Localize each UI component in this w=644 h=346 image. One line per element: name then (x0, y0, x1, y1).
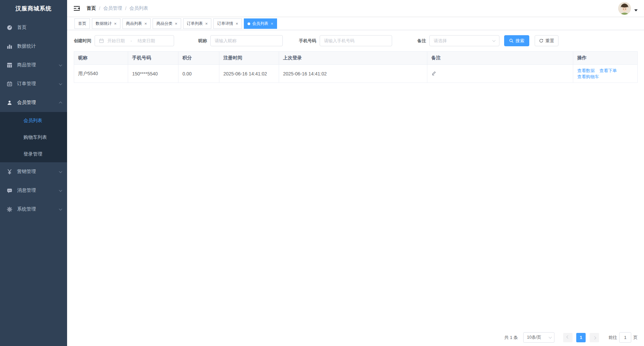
breadcrumb-home[interactable]: 首页 (87, 5, 96, 11)
hamburger-icon (74, 6, 80, 11)
date-end-placeholder: 结束日期 (138, 38, 155, 44)
sidebar-item-label: 消息管理 (17, 187, 36, 193)
prev-page-button[interactable] (563, 333, 573, 342)
sidebar-item-messages[interactable]: 消息管理 (0, 181, 67, 200)
chevron-down-icon (549, 335, 552, 339)
goto-label: 前往 (608, 335, 617, 341)
sidebar: 汉服商城系统 首页 数据统计 商品管理 (0, 0, 67, 346)
grid-icon (7, 62, 12, 68)
close-icon[interactable]: × (205, 21, 208, 26)
breadcrumb-member-management[interactable]: 会员管理 (103, 5, 122, 11)
page-number-button[interactable]: 1 (576, 333, 586, 342)
search-icon (509, 39, 514, 43)
page-size-select[interactable]: 10条/页 (523, 332, 554, 343)
sidebar-item-label: 会员管理 (17, 100, 36, 106)
navbar: 首页 / 会员管理 / 会员列表 (67, 0, 644, 17)
sidebar-toggle-button[interactable] (74, 6, 80, 11)
sidebar-item-marketing[interactable]: 营销管理 (0, 162, 67, 181)
tab-home[interactable]: 首页 (74, 18, 90, 29)
phone-placeholder: 请输入手机号码 (324, 38, 355, 44)
cell-phone: 150****5540 (128, 65, 178, 83)
nickname-input[interactable]: 请输入昵称 (210, 35, 283, 46)
next-page-button[interactable] (590, 333, 599, 342)
date-start-placeholder: 开始日期 (107, 38, 125, 44)
tab-member-list[interactable]: 会员列表 × (244, 18, 277, 29)
sidebar-item-products[interactable]: 商品管理 (0, 56, 67, 74)
col-points: 积分 (178, 52, 219, 65)
col-nickname: 昵称 (74, 52, 128, 65)
sidebar-item-system[interactable]: 系统管理 (0, 200, 67, 219)
search-button-label: 搜索 (516, 38, 524, 44)
tab-label: 订单列表 (187, 21, 203, 26)
user-menu-caret-icon[interactable] (634, 9, 638, 11)
avatar[interactable] (618, 2, 631, 15)
tab-label: 数据统计 (96, 21, 112, 26)
close-icon[interactable]: × (175, 21, 177, 26)
chevron-left-icon (566, 335, 570, 339)
chevron-down-icon (59, 82, 62, 85)
breadcrumb-member-list: 会员列表 (129, 5, 148, 11)
close-icon[interactable]: × (235, 21, 238, 26)
filter-bar: 创建时间 开始日期 - 结束日期 昵称 请输入昵称 手机号码 请输入手机号码 (67, 30, 644, 46)
tab-label: 会员列表 (252, 21, 268, 26)
remark-placeholder: 请选择 (434, 38, 447, 44)
sidebar-item-label: 营销管理 (17, 169, 36, 175)
close-icon[interactable]: × (145, 21, 147, 26)
yen-icon (7, 169, 12, 175)
reset-button[interactable]: 重置 (535, 35, 558, 46)
tab-label: 首页 (78, 21, 86, 26)
sidebar-subitem-cart-list[interactable]: 购物车列表 (0, 129, 67, 146)
table-row: 用户5540 150****5540 0.00 2025-06-16 14:41… (74, 65, 638, 83)
chevron-right-icon (593, 336, 596, 340)
col-last-login: 上次登录 (279, 52, 427, 65)
view-data-link[interactable]: 查看数据 (577, 68, 595, 73)
sidebar-subitem-member-list[interactable]: 会员列表 (0, 112, 67, 129)
chevron-down-icon (492, 39, 496, 42)
sidebar-subitem-login-management[interactable]: 登录管理 (0, 146, 67, 162)
cell-remark (427, 65, 573, 83)
sidebar-menu: 首页 数据统计 商品管理 订单管理 (0, 17, 67, 219)
dashboard-icon (7, 25, 12, 31)
close-icon[interactable]: × (271, 21, 273, 26)
breadcrumb-separator: / (125, 6, 126, 11)
chevron-down-icon (59, 188, 62, 192)
member-submenu: 会员列表 购物车列表 登录管理 (0, 112, 67, 162)
remark-select[interactable]: 请选择 (429, 35, 499, 46)
close-icon[interactable]: × (114, 21, 117, 26)
sidebar-item-statistics[interactable]: 数据统计 (0, 37, 67, 56)
page-suffix-label: 页 (633, 335, 638, 341)
date-range-picker[interactable]: 开始日期 - 结束日期 (95, 35, 174, 46)
refresh-icon (539, 39, 543, 43)
tab-order-detail[interactable]: 订单详情 × (213, 18, 242, 29)
order-list-icon (7, 81, 12, 87)
date-separator: - (130, 38, 132, 43)
tab-data-statistics[interactable]: 数据统计 × (92, 18, 120, 29)
cell-last-login: 2025-06-16 14:41:02 (279, 65, 427, 83)
sidebar-item-orders[interactable]: 订单管理 (0, 74, 67, 93)
search-button[interactable]: 搜索 (504, 35, 529, 46)
chevron-down-icon (59, 63, 62, 66)
table-header-row: 昵称 手机号码 积分 注册时间 上次登录 备注 操作 (74, 52, 638, 65)
goto-page-input[interactable] (619, 332, 631, 343)
user-icon (7, 100, 12, 106)
cell-nickname: 用户5540 (74, 65, 128, 83)
view-orders-link[interactable]: 查看下单 (599, 68, 617, 73)
col-actions: 操作 (573, 52, 638, 65)
page-content: 创建时间 开始日期 - 结束日期 昵称 请输入昵称 手机号码 请输入手机号码 (67, 30, 644, 346)
edit-remark-icon[interactable] (431, 71, 436, 76)
chevron-down-icon (59, 170, 62, 173)
col-register-time: 注册时间 (219, 52, 279, 65)
view-cart-link[interactable]: 查看购物车 (577, 74, 599, 79)
tab-order-list[interactable]: 订单列表 × (183, 18, 212, 29)
app-title: 汉服商城系统 (0, 0, 67, 17)
sidebar-item-label: 商品管理 (17, 62, 36, 68)
page-size-value: 10条/页 (527, 335, 541, 340)
phone-input[interactable]: 请输入手机号码 (320, 35, 392, 46)
col-remark: 备注 (427, 52, 573, 65)
tab-product-list[interactable]: 商品列表 × (122, 18, 151, 29)
sidebar-item-members[interactable]: 会员管理 (0, 93, 67, 112)
tab-product-category[interactable]: 商品分类 × (153, 18, 181, 29)
active-tab-dot (248, 22, 250, 25)
sidebar-item-home[interactable]: 首页 (0, 18, 67, 37)
message-icon (7, 188, 12, 193)
